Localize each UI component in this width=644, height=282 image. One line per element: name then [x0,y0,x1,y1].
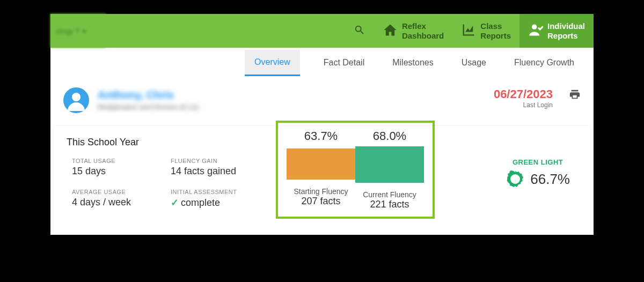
tab-fact-detail[interactable]: Fact Detail [319,49,369,76]
starting-fluency-facts: 207 facts [287,196,355,207]
last-login-label: Last Login [494,101,553,109]
nav-label: Reflex [402,21,444,31]
report-tabs: Overview Fact Detail Milestones Usage Fl… [50,48,594,78]
section-title: This School Year [67,137,260,148]
app-header: slogy T ▾ Reflex Dashboard Class Reports [50,14,594,48]
nav-label: Reports [547,31,585,40]
tab-milestones[interactable]: Milestones [388,49,437,76]
student-header: Anthony, Chris Multiplication and Divisi… [50,78,594,126]
tab-fluency-growth[interactable]: Fluency Growth [510,49,579,76]
class-reports-nav[interactable]: Class Reports [452,14,519,48]
stat-value: 4 days / week [72,197,161,208]
individual-reports-nav[interactable]: Individual Reports [519,14,594,48]
print-button[interactable] [569,88,581,102]
search-icon [354,24,365,38]
stat-value: 14 facts gained [171,166,260,177]
reflex-dashboard-nav[interactable]: Reflex Dashboard [374,14,452,48]
starting-fluency-caption: Starting Fluency [287,187,355,196]
svg-point-0 [532,24,537,29]
tab-overview[interactable]: Overview [245,50,300,76]
starting-fluency-col: 63.7% Starting Fluency 207 facts [287,129,355,210]
current-fluency-facts: 221 facts [355,199,424,210]
class-selector[interactable]: slogy T ▾ [50,14,106,48]
svg-point-1 [510,174,520,184]
nav-label: Dashboard [402,31,444,40]
stat-initial-assessment: INITIAL ASSESSMENT ✓complete [171,189,260,209]
starting-fluency-bar [287,149,355,180]
current-fluency-pct: 68.0% [355,129,424,143]
green-light-pct: 66.7% [530,171,570,188]
person-check-icon [528,23,543,40]
current-fluency-caption: Current Fluency [355,190,424,199]
nav-label: Reports [480,31,511,40]
school-year-card: This School Year TOTAL USAGE 15 days FLU… [54,126,590,235]
stat-label: FLUENCY GAIN [171,158,260,164]
tab-usage[interactable]: Usage [457,49,491,76]
last-login-block: 06/27/2023 Last Login [494,87,553,109]
starting-fluency-pct: 63.7% [287,129,355,143]
stat-label: INITIAL ASSESSMENT [171,189,260,195]
badge-gear-icon [506,169,525,189]
stat-value: ✓complete [171,197,260,209]
nav-label: Class [480,21,511,31]
student-assignment: Multiplication and Division (0-12) [98,102,199,112]
search-button[interactable] [345,14,374,48]
last-login-date: 06/27/2023 [494,87,553,101]
chart-area-icon [461,23,476,40]
stat-label: TOTAL USAGE [72,158,161,164]
stat-fluency-gain: FLUENCY GAIN 14 facts gained [171,158,260,177]
stat-value: 15 days [72,166,161,177]
green-light-label: GREEN LIGHT [506,158,570,166]
stat-average-usage: AVERAGE USAGE 4 days / week [72,189,161,209]
current-fluency-col: 68.0% Current Fluency 221 facts [355,129,424,210]
student-info: Anthony, Chris Multiplication and Divisi… [98,87,199,112]
stat-total-usage: TOTAL USAGE 15 days [72,158,161,177]
printer-icon [569,93,581,102]
student-name: Anthony, Chris [98,87,199,102]
stat-label: AVERAGE USAGE [72,189,161,195]
check-icon: ✓ [171,197,179,208]
green-light-block: GREEN LIGHT 66.7% [506,137,577,189]
fluency-highlight-box: 63.7% Starting Fluency 207 facts 68.0% C… [276,121,435,219]
avatar-icon [63,87,89,113]
home-icon [383,23,398,40]
current-fluency-bar [355,146,424,183]
nav-label: Individual [547,21,585,31]
